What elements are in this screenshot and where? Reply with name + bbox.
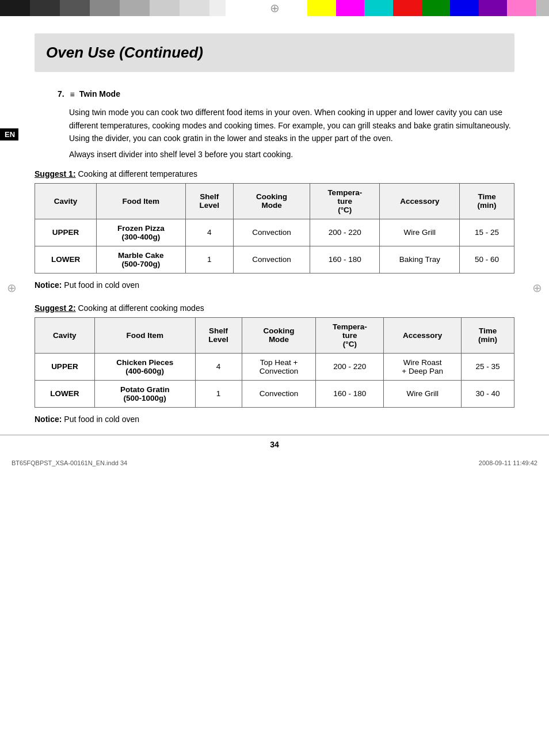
t1-r2-cavity: LOWER xyxy=(35,246,97,273)
top-color-bar: ⊕ xyxy=(0,0,549,16)
crosshair-icon: ⊕ xyxy=(270,1,280,15)
t1-r1-cooking-mode: Convection xyxy=(233,219,310,246)
t2-r1-cooking-mode: Top Heat +Convection xyxy=(242,353,316,380)
t2-r2-food-item: Potato Gratin(500-1000g) xyxy=(94,380,195,407)
color-swatch-2 xyxy=(30,0,60,16)
notice2: Notice: Put food in cold oven xyxy=(35,415,514,424)
t1-r2-cooking-mode: Convection xyxy=(233,246,310,273)
page-title: Oven Use (Continued) xyxy=(46,44,503,62)
suggest1-label-text: Suggest 1: xyxy=(35,169,76,178)
notice1: Notice: Put food in cold oven xyxy=(35,280,514,290)
color-swatch-13 xyxy=(422,0,451,16)
t2-r1-food-item: Chicken Pieces(400-600g) xyxy=(94,353,195,380)
right-crosshair-icon: ⊕ xyxy=(532,281,542,295)
table2: Cavity Food Item ShelfLevel CookingMode … xyxy=(35,317,514,408)
color-swatch-4 xyxy=(90,0,120,16)
section-heading: 7. ≡ Twin Mode xyxy=(58,89,514,99)
t2-r1-cavity: UPPER xyxy=(35,353,95,380)
t2-r2-time: 30 - 40 xyxy=(462,380,514,407)
table-row: UPPER Frozen Pizza(300-400g) 4 Convectio… xyxy=(35,219,514,246)
table2-col-cooking-mode: CookingMode xyxy=(242,317,316,353)
color-swatch-7 xyxy=(180,0,209,16)
suggest2-label-text: Suggest 2: xyxy=(35,303,76,313)
section-number: 7. xyxy=(58,89,64,98)
twin-mode-icon: ≡ xyxy=(70,90,75,99)
color-swatch-14 xyxy=(450,0,479,16)
table2-header: Cavity Food Item ShelfLevel CookingMode … xyxy=(35,317,514,353)
table2-col-food-item: Food Item xyxy=(94,317,195,353)
color-swatch-1 xyxy=(0,0,30,16)
t2-r1-time: 25 - 35 xyxy=(462,353,514,380)
color-swatch-9 xyxy=(307,0,336,16)
suggest2-label: Suggest 2: Cooking at different cooking … xyxy=(35,303,514,313)
page-number: 34 xyxy=(270,440,279,449)
suggest1-label: Suggest 1: Cooking at different temperat… xyxy=(35,169,514,178)
table1-header: Cavity Food Item ShelfLevel CookingMode … xyxy=(35,183,514,219)
t1-r2-shelf-level: 1 xyxy=(185,246,233,273)
color-swatch-11 xyxy=(364,0,393,16)
footer-timestamp: 2008-09-11 11:49:42 xyxy=(479,459,537,466)
color-swatch-15 xyxy=(479,0,508,16)
page-content: EN ⊕ ⊕ Oven Use (Continued) 7. ≡ Twin Mo… xyxy=(0,16,549,472)
table2-col-time: Time(min) xyxy=(462,317,514,353)
table1-header-row: Cavity Food Item ShelfLevel CookingMode … xyxy=(35,183,514,219)
page-header: Oven Use (Continued) xyxy=(35,33,514,72)
body-text-1: Using twin mode you can cook two differe… xyxy=(69,106,514,145)
color-swatch-8 xyxy=(209,0,226,16)
t2-r1-temperature: 200 - 220 xyxy=(316,353,384,380)
notice2-text: Put food in cold oven xyxy=(62,415,139,424)
t1-r2-time: 50 - 60 xyxy=(460,246,514,273)
notice1-text: Put food in cold oven xyxy=(62,280,139,290)
table1: Cavity Food Item ShelfLevel CookingMode … xyxy=(35,183,514,273)
t2-r2-temperature: 160 - 180 xyxy=(316,380,384,407)
section-heading-text: Twin Mode xyxy=(79,89,120,98)
notice2-label: Notice: xyxy=(35,415,62,424)
t2-r2-cavity: LOWER xyxy=(35,380,95,407)
notice1-label: Notice: xyxy=(35,280,62,290)
t2-r1-accessory: Wire Roast+ Deep Pan xyxy=(384,353,462,380)
color-swatch-10 xyxy=(336,0,365,16)
table1-body: UPPER Frozen Pizza(300-400g) 4 Convectio… xyxy=(35,219,514,273)
color-swatch-5 xyxy=(120,0,150,16)
t1-r1-food-item: Frozen Pizza(300-400g) xyxy=(97,219,185,246)
table-row: UPPER Chicken Pieces(400-600g) 4 Top Hea… xyxy=(35,353,514,380)
t2-r2-shelf-level: 1 xyxy=(195,380,242,407)
t1-r1-cavity: UPPER xyxy=(35,219,97,246)
t1-r2-food-item: Marble Cake(500-700g) xyxy=(97,246,185,273)
color-swatch-16 xyxy=(507,0,536,16)
table2-col-accessory: Accessory xyxy=(384,317,462,353)
body-text-2: Always insert divider into shelf level 3… xyxy=(69,148,514,161)
table2-header-row: Cavity Food Item ShelfLevel CookingMode … xyxy=(35,317,514,353)
table1-col-cavity: Cavity xyxy=(35,183,97,219)
left-crosshair-icon: ⊕ xyxy=(7,281,17,295)
t1-r1-time: 15 - 25 xyxy=(460,219,514,246)
table2-body: UPPER Chicken Pieces(400-600g) 4 Top Hea… xyxy=(35,353,514,407)
table1-col-accessory: Accessory xyxy=(380,183,460,219)
top-bar-right xyxy=(307,0,549,16)
table1-col-shelf-level: ShelfLevel xyxy=(185,183,233,219)
color-swatch-17 xyxy=(536,0,549,16)
top-bar-left xyxy=(0,0,242,16)
color-swatch-3 xyxy=(60,0,90,16)
table1-col-cooking-mode: CookingMode xyxy=(233,183,310,219)
color-swatch-12 xyxy=(393,0,422,16)
t2-r1-shelf-level: 4 xyxy=(195,353,242,380)
table2-col-shelf-level: ShelfLevel xyxy=(195,317,242,353)
table2-col-cavity: Cavity xyxy=(35,317,95,353)
top-bar-center-crosshair: ⊕ xyxy=(242,0,307,16)
table-row: LOWER Marble Cake(500-700g) 1 Convection… xyxy=(35,246,514,273)
page-footer: 34 xyxy=(0,435,549,449)
t1-r1-accessory: Wire Grill xyxy=(380,219,460,246)
suggest1-desc-text: Cooking at different temperatures xyxy=(76,169,197,178)
t2-r2-cooking-mode: Convection xyxy=(242,380,316,407)
table1-col-time: Time(min) xyxy=(460,183,514,219)
table1-col-food-item: Food Item xyxy=(97,183,185,219)
en-badge: EN xyxy=(0,128,18,140)
t1-r2-temperature: 160 - 180 xyxy=(310,246,380,273)
t2-r2-accessory: Wire Grill xyxy=(384,380,462,407)
footer-meta: BT65FQBPST_XSA-00161N_EN.indd 34 2008-09… xyxy=(12,459,537,466)
t1-r2-accessory: Baking Tray xyxy=(380,246,460,273)
table-row: LOWER Potato Gratin(500-1000g) 1 Convect… xyxy=(35,380,514,407)
t1-r1-temperature: 200 - 220 xyxy=(310,219,380,246)
suggest2-desc-text: Cooking at different cooking modes xyxy=(76,303,204,313)
